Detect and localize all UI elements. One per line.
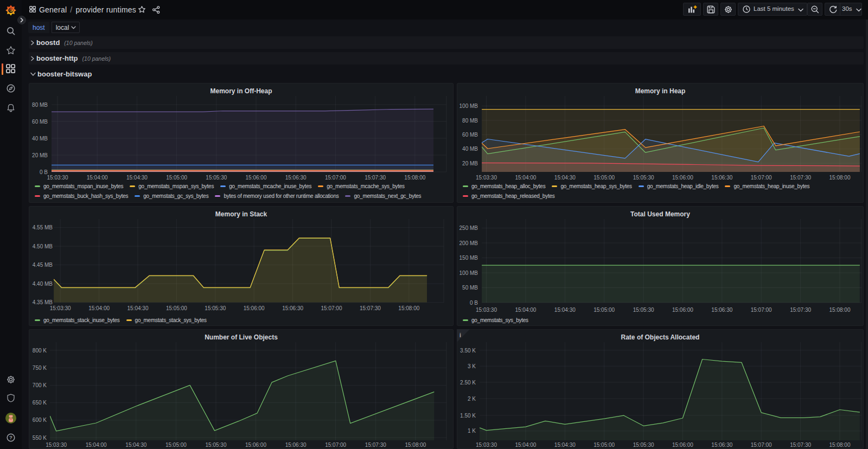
svg-text:15:04:30: 15:04:30 (554, 307, 576, 313)
svg-text:60 MB: 60 MB (462, 132, 478, 138)
svg-text:15:03:30: 15:03:30 (476, 175, 497, 181)
svg-text:15:07:00: 15:07:00 (325, 175, 346, 181)
svg-text:15:07:30: 15:07:30 (360, 305, 381, 311)
svg-text:650 K: 650 K (33, 400, 47, 406)
svg-text:15:05:30: 15:05:30 (633, 307, 654, 313)
svg-text:15:08:00: 15:08:00 (829, 442, 851, 448)
svg-text:15:03:30: 15:03:30 (476, 442, 497, 448)
svg-text:20 MB: 20 MB (462, 161, 478, 166)
svg-text:?: ? (9, 434, 12, 440)
svg-text:3.50 K: 3.50 K (460, 348, 476, 354)
svg-text:15:06:30: 15:06:30 (711, 442, 732, 448)
svg-text:15:04:00: 15:04:00 (515, 307, 536, 313)
svg-text:0 B: 0 B (40, 169, 48, 175)
svg-text:15:04:00: 15:04:00 (87, 175, 108, 181)
svg-text:15:03:30: 15:03:30 (476, 307, 497, 313)
svg-text:3 K: 3 K (468, 363, 476, 369)
svg-text:15:07:30: 15:07:30 (790, 307, 811, 313)
svg-text:i: i (459, 332, 461, 338)
svg-text:15:05:30: 15:05:30 (633, 442, 654, 448)
svg-text:800 K: 800 K (33, 348, 47, 354)
svg-text:550 K: 550 K (33, 435, 47, 441)
svg-text:15:05:00: 15:05:00 (593, 442, 615, 448)
svg-text:40 MB: 40 MB (462, 146, 478, 152)
svg-text:15:08:00: 15:08:00 (404, 175, 425, 181)
svg-text:1.50 K: 1.50 K (460, 413, 476, 419)
svg-text:15:08:00: 15:08:00 (829, 175, 851, 181)
svg-text:15:06:30: 15:06:30 (711, 307, 732, 313)
svg-text:60 MB: 60 MB (32, 119, 48, 125)
svg-text:15:07:30: 15:07:30 (790, 175, 811, 181)
svg-text:15:07:00: 15:07:00 (751, 442, 772, 448)
svg-text:15:07:30: 15:07:30 (365, 175, 386, 181)
svg-text:80 MB: 80 MB (32, 102, 48, 108)
svg-text:4.45 MB: 4.45 MB (33, 262, 53, 268)
svg-text:40 MB: 40 MB (32, 136, 48, 142)
svg-text:700 K: 700 K (33, 382, 47, 388)
svg-text:15:04:00: 15:04:00 (86, 442, 107, 448)
svg-text:15:07:30: 15:07:30 (365, 442, 386, 448)
svg-text:15:03:30: 15:03:30 (46, 442, 67, 448)
svg-text:15:03:30: 15:03:30 (47, 175, 68, 181)
svg-text:15:07:00: 15:07:00 (751, 307, 772, 313)
svg-text:100 MB: 100 MB (459, 270, 478, 276)
svg-text:15:08:00: 15:08:00 (398, 305, 419, 311)
svg-text:4.40 MB: 4.40 MB (33, 281, 53, 287)
svg-text:4.55 MB: 4.55 MB (33, 224, 53, 230)
svg-text:15:06:30: 15:06:30 (285, 442, 307, 448)
svg-text:100 MB: 100 MB (459, 103, 478, 109)
svg-text:15:03:30: 15:03:30 (50, 305, 71, 311)
svg-text:15:05:00: 15:05:00 (165, 442, 187, 448)
svg-text:15:05:30: 15:05:30 (206, 175, 227, 181)
svg-text:200 MB: 200 MB (459, 240, 478, 246)
svg-text:4.50 MB: 4.50 MB (33, 243, 53, 249)
svg-text:15:06:00: 15:06:00 (672, 175, 693, 181)
svg-text:150 MB: 150 MB (459, 255, 478, 261)
svg-text:15:05:00: 15:05:00 (593, 175, 615, 181)
svg-text:15:04:30: 15:04:30 (554, 442, 576, 448)
svg-text:15:06:00: 15:06:00 (246, 175, 267, 181)
svg-text:15:05:00: 15:05:00 (166, 305, 187, 311)
svg-text:15:05:00: 15:05:00 (166, 175, 187, 181)
svg-text:15:04:00: 15:04:00 (515, 175, 536, 181)
svg-text:15:07:00: 15:07:00 (321, 305, 342, 311)
svg-text:1 K: 1 K (468, 428, 476, 434)
svg-text:15:05:30: 15:05:30 (205, 305, 226, 311)
svg-text:15:07:00: 15:07:00 (751, 175, 772, 181)
svg-text:750 K: 750 K (33, 365, 47, 371)
svg-text:15:06:30: 15:06:30 (711, 175, 732, 181)
svg-text:15:05:00: 15:05:00 (593, 307, 615, 313)
svg-text:80 MB: 80 MB (462, 118, 478, 124)
svg-text:0 B: 0 B (470, 300, 478, 306)
svg-text:2.50 K: 2.50 K (460, 380, 476, 386)
svg-text:15:04:00: 15:04:00 (515, 442, 536, 448)
svg-text:20 MB: 20 MB (32, 152, 48, 158)
svg-text:15:06:30: 15:06:30 (285, 175, 307, 181)
svg-text:15:06:00: 15:06:00 (672, 442, 693, 448)
svg-text:15:04:30: 15:04:30 (125, 442, 146, 448)
svg-text:50 MB: 50 MB (462, 285, 478, 291)
svg-text:15:07:30: 15:07:30 (790, 442, 811, 448)
svg-text:15:06:30: 15:06:30 (282, 305, 303, 311)
svg-text:15:06:00: 15:06:00 (244, 305, 265, 311)
svg-text:15:05:30: 15:05:30 (206, 442, 227, 448)
svg-text:250 MB: 250 MB (459, 225, 478, 231)
svg-text:15:05:30: 15:05:30 (633, 175, 654, 181)
svg-text:15:04:30: 15:04:30 (554, 175, 576, 181)
svg-text:15:06:00: 15:06:00 (245, 442, 266, 448)
svg-text:15:06:00: 15:06:00 (672, 307, 693, 313)
svg-text:15:07:00: 15:07:00 (325, 442, 346, 448)
svg-text:15:04:30: 15:04:30 (126, 175, 148, 181)
svg-text:15:08:00: 15:08:00 (405, 442, 426, 448)
svg-text:15:08:00: 15:08:00 (829, 307, 851, 313)
svg-text:600 K: 600 K (33, 417, 47, 423)
svg-text:2 K: 2 K (468, 396, 476, 402)
svg-text:15:04:00: 15:04:00 (88, 305, 110, 311)
svg-text:15:04:30: 15:04:30 (127, 305, 149, 311)
